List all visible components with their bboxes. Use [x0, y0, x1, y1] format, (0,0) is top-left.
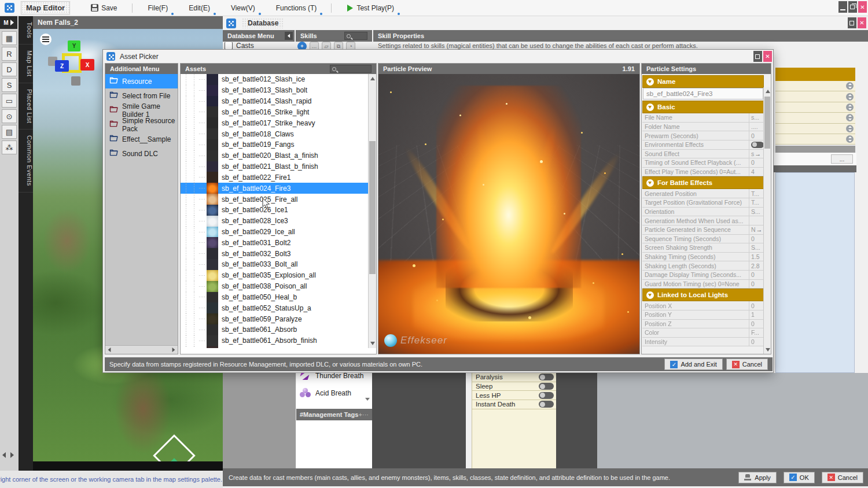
folder-button[interactable]: ▱ [322, 42, 331, 49]
additional-menu-item[interactable]: Sound DLC [105, 146, 178, 161]
system-icon[interactable]: S [2, 78, 17, 92]
minimize-button[interactable] [838, 1, 847, 13]
database-restore-button[interactable] [848, 17, 856, 28]
restore-button[interactable] [848, 1, 857, 13]
asset-item[interactable]: sb_ef_battle050_Heal_b [181, 292, 369, 303]
property-value[interactable]: 4 [749, 168, 764, 176]
toggle-switch[interactable] [539, 374, 554, 380]
property-row[interactable]: Prewarm (Seconds)0 [642, 131, 764, 141]
property-value[interactable] [749, 141, 764, 149]
property-row[interactable]: File Names... [642, 113, 764, 123]
copy-button[interactable]: ⧉ [334, 42, 343, 49]
property-value[interactable]: T... [749, 189, 764, 198]
property-value[interactable]: .... [749, 123, 764, 131]
save-button[interactable]: Save [86, 1, 122, 15]
gizmo-y-axis[interactable]: Y [68, 40, 80, 51]
additional-menu-item[interactable]: Select from File [105, 88, 178, 103]
property-row[interactable]: Damage Display Timing (Seconds...0 [642, 271, 764, 280]
add-skill-button[interactable]: + [297, 42, 307, 49]
asset-picker-restore-button[interactable] [753, 51, 762, 62]
event-runner-icon[interactable]: ⁂ [2, 141, 17, 154]
property-row[interactable]: Target Position (Gravitational Force)T..… [642, 198, 764, 208]
scroll-up-icon[interactable] [766, 90, 770, 93]
property-row[interactable]: Folder Name.... [642, 123, 764, 132]
asset-item[interactable]: sb_ef_battle014_Slash_rapid [181, 96, 369, 107]
property-row[interactable]: Screen Shaking StrengthS... [642, 243, 764, 253]
section-header-for-battle-effects[interactable]: For Battle Effects [642, 176, 764, 189]
property-row[interactable]: Shaking Timing (Seconds)1.5 [642, 253, 764, 262]
add-tag-button[interactable]: +··· [359, 411, 369, 418]
notes-textarea[interactable] [775, 172, 855, 373]
additional-menu-item[interactable]: Resource [105, 74, 178, 88]
property-value[interactable]: N→ [749, 225, 764, 234]
section-header-linked-to-local-lights[interactable]: Linked to Local Lights [642, 289, 764, 301]
property-spinner-row[interactable] [775, 113, 855, 123]
property-row[interactable]: Sound Effects→ [642, 150, 764, 159]
asset-item[interactable]: sb_ef_battle035_Explosion_all [181, 270, 369, 281]
asset-item[interactable]: sb_ef_battle018_Claws [181, 128, 369, 139]
toggle-switch[interactable] [539, 401, 554, 408]
property-value[interactable]: 0 [749, 338, 764, 346]
additional-menu-item[interactable]: Effect__Sample [105, 132, 178, 146]
asset-item[interactable]: sb_ef_battle032_Bolt3 [181, 248, 369, 259]
property-value[interactable]: 0 [749, 280, 764, 289]
axis-gizmo[interactable]: Y Z X [45, 35, 108, 98]
scrollbar-thumb[interactable] [369, 141, 376, 274]
property-row[interactable]: Position Y1 [642, 310, 764, 320]
property-value[interactable]: 1.5 [749, 253, 764, 261]
property-row[interactable]: Particle Generated in SequenceN→ [642, 225, 764, 235]
property-value[interactable]: 0 [749, 235, 764, 243]
property-value[interactable]: S... [749, 243, 764, 252]
gizmo-z-axis[interactable]: Z [55, 60, 69, 72]
property-spinner-row[interactable] [775, 91, 855, 102]
map-list-toggle[interactable]: M [0, 16, 17, 29]
property-row[interactable]: ColorF... [642, 328, 764, 338]
apply-button[interactable]: Apply [738, 472, 777, 483]
status-condition-row[interactable]: Less HP [472, 391, 556, 400]
property-value[interactable]: 0 [749, 158, 764, 167]
additional-menu-item[interactable]: Simple Resource Pack [105, 117, 178, 132]
resource-icon[interactable]: R [2, 47, 17, 61]
map-hscroll-arrows[interactable] [2, 451, 17, 459]
property-value[interactable]: s... [749, 113, 764, 122]
asset-item[interactable]: sb_ef_battle061_Absorb_finish [181, 335, 369, 346]
section-header-basic[interactable]: Basic [642, 101, 764, 113]
card-check-icon[interactable]: ▤ [2, 125, 17, 139]
property-value[interactable] [749, 216, 764, 225]
additional-menu-hscroll[interactable] [105, 345, 178, 354]
asset-item[interactable]: sb_ef_battle052_StatusUp_a [181, 302, 369, 313]
asset-item[interactable]: sb_ef_battle062_Death [181, 346, 369, 348]
particle-preview-canvas[interactable]: Effekseer [378, 74, 639, 354]
spinner-icon[interactable] [846, 114, 854, 121]
monitor-icon[interactable]: ▭ [2, 94, 17, 108]
sidebar-tab-map-list[interactable]: Map List [19, 45, 33, 83]
asset-item[interactable]: sb_ef_battle022_Fire1 [181, 172, 369, 183]
settings-button[interactable]: ◔ [346, 42, 355, 49]
settings-scrollbar[interactable] [763, 87, 771, 354]
more-button[interactable]: … [310, 42, 319, 49]
asset-item[interactable]: sb_ef_battle061_Absorb [181, 324, 369, 335]
asset-item[interactable]: sb_ef_battle026_Ice1 [181, 205, 369, 216]
asset-item[interactable]: sb_ef_battle059_Paralyze [181, 313, 369, 324]
asset-item[interactable]: sb_ef_battle038_Poison_all [181, 281, 369, 292]
scroll-down-icon[interactable] [370, 342, 375, 345]
scroll-left-icon[interactable] [108, 347, 111, 352]
asset-item[interactable]: sb_ef_battle024_Fire3 [181, 183, 369, 194]
camera-icon[interactable]: ⊙ [2, 109, 17, 123]
property-value[interactable]: 2.8 [749, 261, 764, 270]
asset-item[interactable]: sb_ef_battle029_Ice_all [181, 227, 369, 238]
scroll-right-icon[interactable] [172, 347, 175, 352]
asset-item[interactable]: sb_ef_battle028_Ice3 [181, 216, 369, 227]
database-icon[interactable]: D [2, 62, 17, 76]
property-value[interactable]: 0 [749, 131, 764, 140]
toggle-switch[interactable] [539, 383, 554, 390]
menu-file[interactable]: File(F) [143, 1, 174, 15]
spinner-icon[interactable] [846, 103, 854, 111]
skill-list-item[interactable]: Acid Breath [296, 386, 372, 401]
property-row[interactable]: Guard Motion Timing (sec) 0=None0 [642, 280, 764, 289]
database-menu-item-casts[interactable]: Casts [225, 42, 294, 49]
scroll-up-icon[interactable] [370, 77, 375, 80]
toggle-switch[interactable] [751, 142, 764, 148]
status-condition-row[interactable]: Instant Death [472, 400, 556, 409]
property-row[interactable]: Generated PositionT... [642, 189, 764, 198]
